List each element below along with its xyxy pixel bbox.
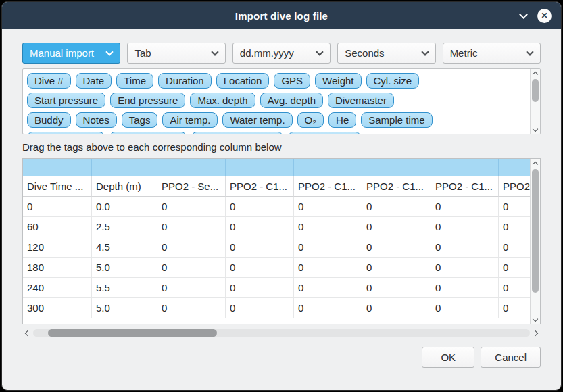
- table-cell: 0: [294, 258, 362, 278]
- tag-he[interactable]: He: [328, 112, 356, 128]
- tag-tags[interactable]: Tags: [122, 112, 158, 128]
- column-drop-target[interactable]: [499, 159, 530, 176]
- table-cell: 0: [362, 278, 431, 298]
- table-cell: 0: [431, 237, 499, 258]
- titlebar[interactable]: Import dive log file ✕: [2, 2, 561, 29]
- table-cell: 5.0: [92, 298, 157, 318]
- table-cell: 0: [294, 278, 362, 298]
- tag-avg-depth[interactable]: Avg. depth: [260, 93, 323, 108]
- tag-panel: Dive #DateTimeDurationLocationGPSWeightC…: [22, 68, 541, 134]
- scroll-left-icon[interactable]: [22, 328, 33, 338]
- dialog-content: Manual importTabdd.mm.yyyySecondsMetric …: [2, 43, 561, 368]
- window-title: Import dive log file: [235, 10, 328, 22]
- chevron-down-icon: [526, 48, 533, 55]
- combo-units[interactable]: Metric: [443, 43, 541, 64]
- hscroll-track[interactable]: [33, 329, 530, 337]
- column-header: PPO2 - C1...: [431, 176, 499, 197]
- table-cell: 0.0: [92, 197, 157, 217]
- tag-list: Dive #DateTimeDurationLocationGPSWeightC…: [23, 69, 530, 134]
- tag-sample-depth[interactable]: Sample depth: [27, 132, 105, 134]
- column-header: PPO2 - C1...: [294, 176, 362, 197]
- combo-value: Tab: [134, 47, 207, 59]
- table-cell: 300: [23, 298, 92, 318]
- scroll-right-icon[interactable]: [530, 328, 541, 338]
- scroll-down-icon[interactable]: [533, 125, 537, 134]
- tag-end-pressure[interactable]: End pressure: [110, 93, 185, 108]
- tag-scroll-track[interactable]: [531, 78, 540, 125]
- tag-date[interactable]: Date: [76, 73, 112, 89]
- tag-air-temp[interactable]: Air temp.: [162, 112, 218, 128]
- table-vscrollbar[interactable]: [530, 159, 540, 324]
- tag-divemaster[interactable]: Divemaster: [328, 93, 394, 108]
- instruction-text: Drag the tags above to each correspondin…: [22, 141, 541, 153]
- column-drop-target[interactable]: [23, 159, 92, 176]
- column-drop-target[interactable]: [294, 159, 362, 176]
- close-icon: ✕: [541, 11, 547, 20]
- column-header: Depth (m): [92, 176, 157, 197]
- table-cell: 5.0: [92, 258, 157, 278]
- chevron-down-icon[interactable]: [519, 10, 528, 19]
- table-cell: 60: [23, 217, 92, 237]
- tag-max-depth[interactable]: Max. depth: [190, 93, 255, 108]
- tag-sample-pressure[interactable]: Sample pressure: [191, 132, 283, 134]
- tag-time[interactable]: Time: [116, 73, 153, 89]
- titlebar-controls: ✕: [520, 2, 552, 29]
- table-scroll-track[interactable]: [531, 168, 540, 315]
- table-cell: 0: [499, 298, 530, 318]
- column-drop-target[interactable]: [362, 159, 431, 176]
- table-cell: 120: [23, 237, 92, 258]
- tag-gps[interactable]: GPS: [274, 73, 310, 89]
- combo-import-type[interactable]: Manual import: [22, 43, 120, 64]
- table-cell: 0: [499, 197, 530, 217]
- combo-field-separator[interactable]: Tab: [127, 43, 225, 64]
- cancel-button[interactable]: Cancel: [481, 347, 541, 368]
- column-drop-target[interactable]: [92, 159, 157, 176]
- tag-location[interactable]: Location: [216, 73, 270, 89]
- scroll-up-icon[interactable]: [533, 69, 537, 78]
- combo-date-format[interactable]: dd.mm.yyyy: [232, 43, 331, 64]
- column-drop-target[interactable]: [157, 159, 226, 176]
- table-hscrollbar[interactable]: [22, 328, 541, 338]
- table-row: 1204.5000000: [23, 237, 530, 258]
- tag-panel-scrollbar[interactable]: [530, 69, 540, 134]
- tag-buddy[interactable]: Buddy: [27, 112, 71, 128]
- close-button[interactable]: ✕: [537, 9, 552, 23]
- table-cell: 0: [157, 237, 226, 258]
- tag-duration[interactable]: Duration: [158, 73, 212, 89]
- tag-dive[interactable]: Dive #: [27, 73, 71, 89]
- tag-notes[interactable]: Notes: [76, 112, 117, 128]
- table-cell: 0: [499, 237, 530, 258]
- tag-start-pressure[interactable]: Start pressure: [27, 93, 105, 108]
- combo-value: dd.mm.yyyy: [240, 47, 313, 59]
- table-cell: 0: [499, 217, 530, 237]
- column-drop-target[interactable]: [226, 159, 294, 176]
- ok-button[interactable]: OK: [422, 347, 474, 368]
- tag-sample-temp[interactable]: Sample temp.: [109, 132, 187, 134]
- tag-sample-time[interactable]: Sample time: [361, 112, 432, 128]
- combo-value: Manual import: [30, 47, 103, 59]
- table-row: 602.5000000: [23, 217, 530, 237]
- column-header: PPO2 - C1...: [362, 176, 431, 197]
- combo-duration-format[interactable]: Seconds: [337, 43, 435, 64]
- tag-o[interactable]: O₂: [297, 112, 324, 128]
- table-cell: 0: [157, 278, 226, 298]
- table-cell: 4.5: [92, 237, 157, 258]
- scroll-up-icon[interactable]: [533, 159, 537, 168]
- tag-cyl-size[interactable]: Cyl. size: [366, 73, 420, 89]
- tag-sample-cns[interactable]: Sample CNS: [288, 132, 362, 134]
- hscroll-thumb[interactable]: [48, 329, 217, 337]
- tag-weight[interactable]: Weight: [315, 73, 361, 89]
- table-row: 2405.5000000: [23, 278, 530, 298]
- scroll-down-icon[interactable]: [533, 315, 537, 324]
- tag-scroll-thumb[interactable]: [532, 79, 539, 102]
- table-cell: 2.5: [92, 217, 157, 237]
- table-cell: 0: [226, 278, 294, 298]
- table-scroll-thumb[interactable]: [532, 169, 539, 293]
- column-header: Dive Time ...: [23, 176, 92, 197]
- tag-water-temp[interactable]: Water temp.: [222, 112, 292, 128]
- table-cell: 0: [431, 217, 499, 237]
- chevron-down-icon: [211, 48, 218, 55]
- table-cell: 240: [23, 278, 92, 298]
- table-cell: 0: [226, 258, 294, 278]
- column-drop-target[interactable]: [431, 159, 499, 176]
